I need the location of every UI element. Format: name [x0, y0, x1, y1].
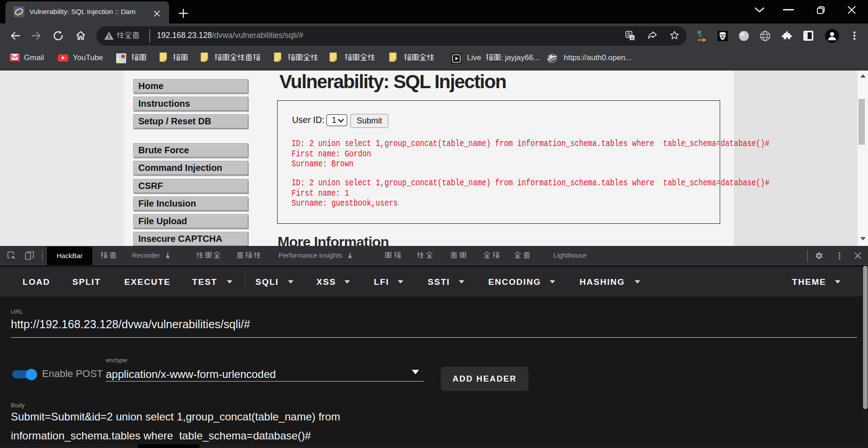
svg-text:¶: ¶ [697, 29, 702, 38]
svg-text:A: A [631, 36, 634, 40]
